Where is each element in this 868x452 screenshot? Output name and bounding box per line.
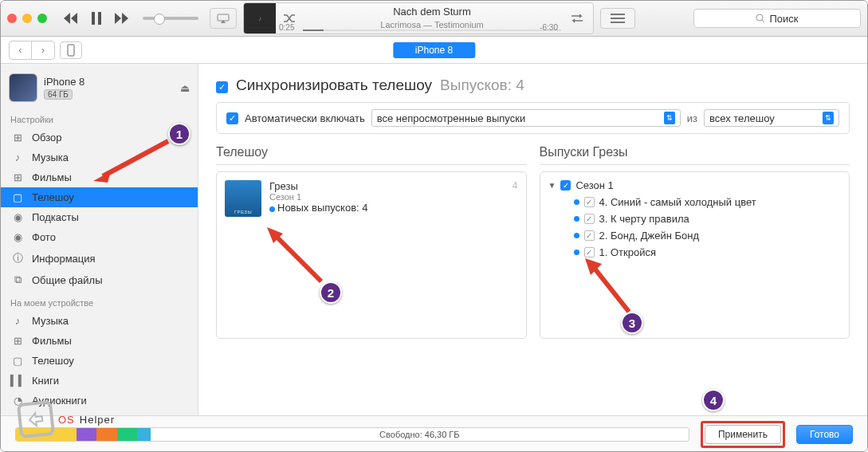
of-label: из <box>687 112 697 124</box>
episode-row[interactable]: ✓3. К черту правила <box>540 210 850 227</box>
remaining-time: -6:30 <box>540 23 558 32</box>
queue-button[interactable] <box>600 8 635 29</box>
episode-title: 3. К черту правила <box>599 213 689 225</box>
auto-include-bar: ✓ Автоматически включать все непросмотре… <box>216 102 850 134</box>
back-button[interactable]: ‹ <box>10 41 32 59</box>
show-name: Грезы <box>269 180 505 192</box>
annotation-arrow <box>264 224 328 288</box>
sidebar-item[interactable]: ⊞Фильмы <box>1 331 198 351</box>
annotation-arrow <box>583 256 638 318</box>
sidebar-item[interactable]: ♪Музыка <box>1 311 198 331</box>
svg-rect-4 <box>68 45 74 56</box>
sidebar-item-label: Информация <box>32 253 96 265</box>
season-checkbox[interactable]: ✓ <box>560 180 571 191</box>
sidebar-icon: ▢ <box>10 191 25 203</box>
close-icon[interactable] <box>7 14 17 23</box>
svg-rect-1 <box>98 12 101 25</box>
pause-button[interactable] <box>87 9 106 28</box>
sync-count: Выпусков: 4 <box>440 77 524 94</box>
sidebar-item-label: Книги <box>32 375 59 387</box>
sidebar-icon: ◉ <box>10 211 25 223</box>
nav-back-forward: ‹ › <box>9 41 55 60</box>
eject-icon[interactable]: ⏏ <box>180 82 190 94</box>
watermark: OSHelper <box>18 402 115 437</box>
annotation-callout: 1 <box>168 123 190 145</box>
sidebar-item[interactable]: ◉Подкасты <box>1 207 198 227</box>
footer-bar: Свободно: 46,30 ГБ Применить Готово <box>1 415 867 452</box>
player-toolbar: ♪ Nach dem Sturm Lacrimosa — Testimonium… <box>1 1 867 37</box>
device-button[interactable] <box>60 41 82 59</box>
annotation-callout: 4 <box>702 389 725 411</box>
next-track-button[interactable] <box>112 9 132 28</box>
sidebar-icon: ▍▍ <box>10 375 25 387</box>
sidebar-item[interactable]: ▢Телешоу <box>1 351 198 371</box>
search-icon <box>756 14 765 23</box>
sidebar-item[interactable]: ⧉Общие файлы <box>1 269 198 290</box>
sidebar-icon: ▢ <box>10 355 25 367</box>
auto-label: Автоматически включать <box>245 112 365 124</box>
repeat-button[interactable] <box>561 13 593 24</box>
device-pill[interactable]: iPhone 8 <box>393 42 475 58</box>
disclosure-triangle-icon[interactable]: ▼ <box>548 181 556 190</box>
episode-row[interactable]: ✓4. Синий - самый холодный цвет <box>540 194 850 210</box>
airplay-button[interactable] <box>210 8 237 29</box>
sidebar-item[interactable]: ⓘИнформация <box>1 247 198 269</box>
season-row[interactable]: ▼ ✓ Сезон 1 <box>540 177 850 194</box>
volume-slider[interactable] <box>143 17 198 20</box>
sidebar-item-label: Музыка <box>32 315 69 327</box>
episodes-select[interactable]: все непросмотренные выпуски⇅ <box>371 109 681 127</box>
svg-rect-2 <box>218 14 229 21</box>
chevron-updown-icon: ⇅ <box>664 112 675 124</box>
forward-button[interactable]: › <box>32 41 54 59</box>
episode-title: 4. Синий - самый холодный цвет <box>599 196 756 208</box>
watermark-icon <box>17 400 55 438</box>
show-episode-count: 4 <box>513 180 518 217</box>
sidebar-icon: ⊞ <box>10 132 25 143</box>
device-thumb-icon <box>9 73 37 102</box>
sidebar-icon: ◉ <box>10 231 25 243</box>
nav-subbar: ‹ › iPhone 8 <box>1 37 867 64</box>
sync-checkbox[interactable]: ✓ <box>216 81 228 93</box>
unwatched-dot-icon <box>574 250 579 255</box>
sidebar-item-label: Подкасты <box>32 211 79 223</box>
episode-title: 2. Бонд, Джейн Бонд <box>599 230 700 242</box>
svg-line-9 <box>592 265 629 312</box>
episode-checkbox[interactable]: ✓ <box>584 214 595 224</box>
sidebar-icon: ⓘ <box>10 251 25 265</box>
annotation-arrow <box>88 136 176 184</box>
done-button[interactable]: Готово <box>796 425 853 444</box>
auto-checkbox[interactable]: ✓ <box>226 112 238 124</box>
shows-select[interactable]: всех телешоу⇅ <box>704 109 839 127</box>
unwatched-dot-icon <box>574 199 579 205</box>
shows-list: Грезы Сезон 1 Новых выпусков: 4 4 <box>216 171 527 339</box>
sidebar-item-label: Общие файлы <box>32 274 102 286</box>
sidebar-section-settings: Настройки <box>1 107 198 128</box>
sidebar-icon: ♪ <box>10 315 25 327</box>
annotation-callout: 2 <box>320 281 342 304</box>
device-capacity: 64 ГБ <box>44 89 73 100</box>
show-row[interactable]: Грезы Сезон 1 Новых выпусков: 4 4 <box>225 180 518 217</box>
now-playing: ♪ Nach dem Sturm Lacrimosa — Testimonium… <box>243 2 594 34</box>
sync-label: Синхронизировать телешоу <box>236 77 432 94</box>
sidebar-device-header[interactable]: iPhone 8 64 ГБ ⏏ <box>1 69 198 107</box>
episode-checkbox[interactable]: ✓ <box>584 197 595 207</box>
apply-button[interactable]: Применить <box>705 425 781 444</box>
episode-checkbox[interactable]: ✓ <box>584 230 595 241</box>
sidebar-item[interactable]: ◉Фото <box>1 227 198 247</box>
device-name: iPhone 8 <box>44 76 174 88</box>
search-input[interactable]: Поиск <box>693 9 861 28</box>
shuffle-button[interactable] <box>276 14 303 23</box>
sidebar-item[interactable]: ▢Телешоу <box>1 187 198 207</box>
unwatched-dot-icon <box>574 216 579 222</box>
prev-track-button[interactable] <box>61 9 81 28</box>
sidebar-section-ondevice: На моем устройстве <box>1 290 198 311</box>
sidebar-item-label: Обзор <box>32 132 62 143</box>
elapsed-time: 0:25 <box>279 23 294 32</box>
zoom-icon[interactable] <box>37 14 47 23</box>
minimize-icon[interactable] <box>22 14 32 23</box>
episode-row[interactable]: ✓2. Бонд, Джейн Бонд <box>540 227 850 244</box>
scrubber[interactable] <box>303 29 561 31</box>
album-art: ♪ <box>244 2 276 34</box>
episodes-header: Выпуски Грезы <box>540 145 850 165</box>
sidebar-item[interactable]: ▍▍Книги <box>1 371 198 391</box>
